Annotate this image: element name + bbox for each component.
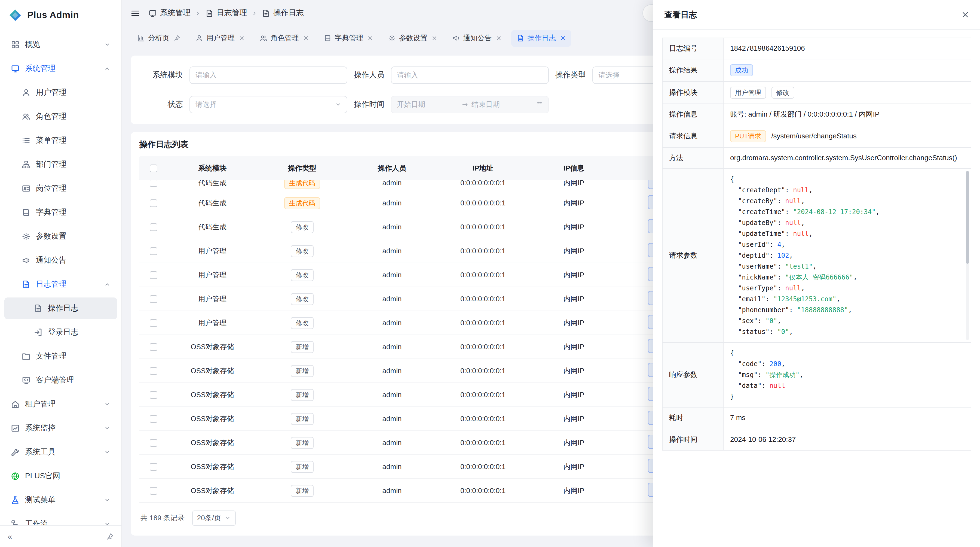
tab-role[interactable]: 角色管理 xyxy=(254,30,314,46)
response-params-label: 响应参数 xyxy=(662,343,723,408)
scrollbar-thumb[interactable] xyxy=(966,171,969,264)
client-icon xyxy=(22,376,30,384)
close-drawer-icon[interactable] xyxy=(961,11,969,19)
filter-field-operator: 操作人员请输入 xyxy=(354,67,549,84)
users-icon xyxy=(260,34,267,42)
breadcrumb-item-operlog[interactable]: 操作日志 xyxy=(262,8,304,18)
tab-notice[interactable]: 通知公告 xyxy=(447,30,507,46)
horn-icon xyxy=(22,256,30,265)
filter-input-module[interactable]: 请输入 xyxy=(189,67,347,84)
tab-dict[interactable]: 字典管理 xyxy=(318,30,379,46)
sidebar-item-monitor[interactable]: 系统监控 xyxy=(4,417,117,439)
info-value: 账号: admin / 研发部门 / 0:0:0:0:0:0:0:1 / 内网I… xyxy=(723,104,971,125)
close-tab-icon[interactable] xyxy=(496,35,501,41)
sidebar-item-post[interactable]: 岗位管理 xyxy=(4,178,117,199)
sidebar-item-dict[interactable]: 字典管理 xyxy=(4,202,117,223)
close-tab-icon[interactable] xyxy=(560,35,566,41)
doc-icon xyxy=(205,9,213,17)
cell-operator: admin xyxy=(347,415,437,423)
row-checkbox[interactable] xyxy=(150,391,158,399)
tab-operlog[interactable]: 操作日志 xyxy=(511,30,571,46)
breadcrumb-item-system[interactable]: 系统管理 xyxy=(149,8,191,18)
operation-type-tag: 修改 xyxy=(291,221,313,233)
row-checkbox[interactable] xyxy=(150,180,158,187)
cell-ip-info: 内网IP xyxy=(529,414,619,424)
sidebar-item-user[interactable]: 用户管理 xyxy=(4,82,117,104)
sidebar-item-overview[interactable]: 概览 xyxy=(4,34,117,56)
row-checkbox[interactable] xyxy=(150,463,158,471)
collapse-sidebar-button[interactable]: « xyxy=(8,532,12,541)
cell-ip: 0:0:0:0:0:0:0:1 xyxy=(437,391,529,399)
cell-module: 用户管理 xyxy=(168,318,257,328)
doc-icon xyxy=(262,9,270,17)
sidebar-item-test[interactable]: 测试菜单 xyxy=(4,489,117,511)
close-tab-icon[interactable] xyxy=(239,35,245,41)
cell-module: 用户管理 xyxy=(168,294,257,304)
cell-ip: 0:0:0:0:0:0:0:1 xyxy=(437,439,529,447)
cell-module: OSS对象存储 xyxy=(168,414,257,424)
list-icon xyxy=(22,136,30,145)
sidebar-item-plus-site[interactable]: PLUS官网 xyxy=(4,465,117,487)
row-checkbox[interactable] xyxy=(150,439,158,447)
filter-daterange-time[interactable]: 开始日期结束日期 xyxy=(391,96,549,113)
request-params-label: 请求参数 xyxy=(662,169,723,343)
sidebar-item-dept[interactable]: 部门管理 xyxy=(4,154,117,175)
sidebar-item-role[interactable]: 角色管理 xyxy=(4,106,117,128)
row-checkbox[interactable] xyxy=(150,271,158,279)
row-checkbox[interactable] xyxy=(150,367,158,375)
close-tab-icon[interactable] xyxy=(432,35,437,41)
operation-type-tag: 新增 xyxy=(291,461,313,473)
sidebar-item-menu[interactable]: 菜单管理 xyxy=(4,130,117,152)
module-label: 操作模块 xyxy=(662,81,723,104)
tab-user[interactable]: 用户管理 xyxy=(190,30,250,46)
sidebar-item-config[interactable]: 参数设置 xyxy=(4,226,117,247)
sidebar-item-tool[interactable]: 系统工具 xyxy=(4,441,117,463)
sidebar-item-tenant[interactable]: 租户管理 xyxy=(4,393,117,415)
cell-operator: admin xyxy=(347,439,437,447)
sidebar-footer: « xyxy=(0,525,121,547)
cell-ip-info: 内网IP xyxy=(529,462,619,472)
tab-analysis[interactable]: 分析页 xyxy=(132,30,186,46)
cell-module: 代码生成 xyxy=(168,180,257,188)
log-detail-drawer: 查看日志 日志编号 1842781986426159106 操作结果 成功 操作… xyxy=(653,0,980,547)
sidebar-item-file[interactable]: 文件管理 xyxy=(4,345,117,367)
pin-tab-icon[interactable] xyxy=(174,35,180,41)
sidebar-item-log[interactable]: 日志管理 xyxy=(4,273,117,295)
filter-input-operator[interactable]: 请输入 xyxy=(391,67,549,84)
sidebar-item-client[interactable]: 客户端管理 xyxy=(4,369,117,391)
page-size-select[interactable]: 20条/页 xyxy=(192,510,236,526)
row-checkbox[interactable] xyxy=(150,295,158,303)
chevron-down-icon xyxy=(104,521,111,525)
select-all-checkbox[interactable] xyxy=(150,165,158,172)
pin-sidebar-icon[interactable] xyxy=(106,533,114,540)
method-label: 方法 xyxy=(662,148,723,169)
breadcrumb-item-log[interactable]: 日志管理 xyxy=(205,8,247,18)
close-tab-icon[interactable] xyxy=(368,35,373,41)
row-checkbox[interactable] xyxy=(150,248,158,255)
operation-type-tag: 修改 xyxy=(291,269,313,281)
arrow-right-icon xyxy=(462,101,468,108)
row-checkbox[interactable] xyxy=(150,319,158,327)
sidebar-item-operlog[interactable]: 操作日志 xyxy=(4,297,117,319)
row-checkbox[interactable] xyxy=(150,343,158,351)
tab-config[interactable]: 参数设置 xyxy=(383,30,442,46)
cell-module: OSS对象存储 xyxy=(168,486,257,496)
hamburger-menu-icon[interactable] xyxy=(130,8,140,18)
sidebar-item-logininfor[interactable]: 登录日志 xyxy=(4,321,117,343)
response-params-json: { "code": 200, "msg": "操作成功", "data": nu… xyxy=(730,348,964,402)
cell-ip: 0:0:0:0:0:0:0:1 xyxy=(437,367,529,375)
logo-icon xyxy=(9,9,22,22)
close-tab-icon[interactable] xyxy=(303,35,309,41)
cell-ip-info: 内网IP xyxy=(529,222,619,232)
sidebar-item-workflow[interactable]: 工作流 xyxy=(4,513,117,525)
row-checkbox[interactable] xyxy=(150,224,158,231)
sidebar-item-notice[interactable]: 通知公告 xyxy=(4,250,117,271)
row-checkbox[interactable] xyxy=(150,487,158,495)
sidebar-item-system[interactable]: 系统管理 xyxy=(4,58,117,80)
filter-select-status[interactable]: 请选择 xyxy=(189,96,347,113)
column-header: IP信息 xyxy=(529,163,619,173)
doc-icon xyxy=(34,304,43,313)
row-checkbox[interactable] xyxy=(150,200,158,207)
log-detail-table: 日志编号 1842781986426159106 操作结果 成功 操作模块 用户… xyxy=(662,38,971,450)
row-checkbox[interactable] xyxy=(150,415,158,423)
